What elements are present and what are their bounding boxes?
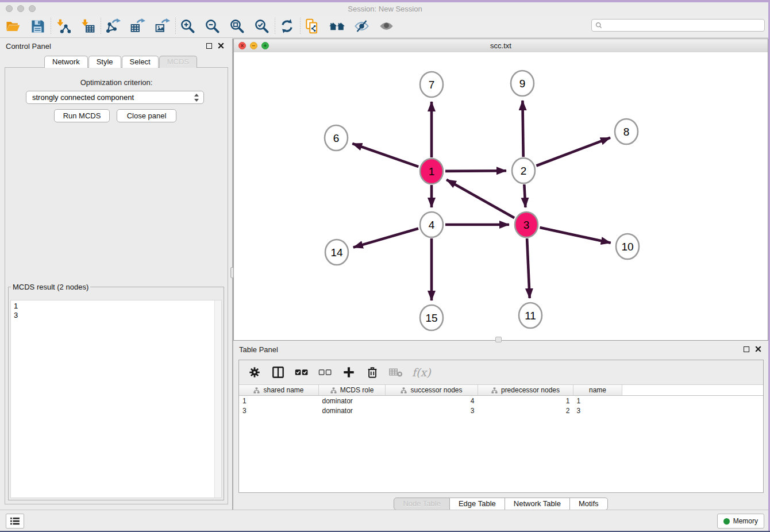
window-edge: [0, 0, 770, 2]
cell-successor-nodes[interactable]: 4: [386, 396, 478, 406]
tab-network-table[interactable]: Network Table: [505, 498, 570, 510]
graph-node-9[interactable]: 9: [511, 71, 534, 96]
right-pane: × − + scc.txt 7968124314101511 Table Pan…: [233, 38, 768, 510]
column-header-mcds-role[interactable]: MCDS role: [319, 385, 386, 396]
result-scrollbar[interactable]: [214, 300, 221, 498]
cell-mcds-role[interactable]: dominator: [319, 406, 386, 415]
mcds-result-item[interactable]: 1: [14, 302, 218, 311]
import-network-icon[interactable]: [53, 17, 72, 36]
cell-name[interactable]: 3: [573, 406, 622, 415]
status-bar: Memory: [0, 510, 768, 531]
graph-edge-3-1[interactable]: [446, 180, 514, 218]
cell-shared-name[interactable]: 3: [239, 406, 319, 415]
column-header-predecessor-nodes[interactable]: predecessor nodes: [478, 385, 573, 396]
close-panel-button[interactable]: Close panel: [117, 109, 176, 122]
network-window-titlebar[interactable]: × − + scc.txt: [234, 39, 768, 53]
open-folder-icon[interactable]: [3, 17, 22, 36]
toolbar-separator: [101, 18, 101, 35]
table-splitter-handle[interactable]: [495, 337, 502, 342]
delete-column-icon[interactable]: [365, 365, 380, 380]
network-canvas[interactable]: 7968124314101511: [234, 52, 768, 340]
column-header-shared-name[interactable]: shared name: [239, 385, 319, 396]
mcds-result-list[interactable]: 13: [10, 300, 222, 498]
cell-filler: [622, 406, 764, 415]
graph-edge-1-6[interactable]: [352, 144, 418, 167]
graph-node-label: 7: [429, 79, 435, 91]
cell-shared-name[interactable]: 1: [239, 396, 319, 406]
export-table-icon[interactable]: [128, 17, 147, 36]
tab-mcds[interactable]: MCDS: [159, 56, 197, 68]
tab-network[interactable]: Network: [44, 56, 88, 68]
export-network-icon[interactable]: [103, 17, 122, 36]
select-all-icon[interactable]: [294, 365, 309, 380]
deselect-all-icon[interactable]: [318, 365, 333, 380]
zoom-in-icon[interactable]: [178, 17, 197, 36]
graph-node-8[interactable]: 8: [615, 119, 638, 144]
save-icon[interactable]: [28, 17, 47, 36]
tab-edge-table[interactable]: Edge Table: [450, 498, 505, 510]
hide-eye-icon[interactable]: [352, 17, 371, 36]
tree-icon: [401, 387, 407, 394]
tab-style[interactable]: Style: [88, 56, 121, 68]
task-history-button[interactable]: [6, 514, 24, 529]
graph-edge-3-10[interactable]: [540, 228, 611, 243]
home-icon[interactable]: [327, 17, 346, 36]
float-panel-icon[interactable]: [206, 43, 212, 49]
cell-name[interactable]: 1: [573, 396, 622, 406]
toolbar-separator: [51, 18, 51, 35]
import-table-icon[interactable]: [78, 17, 97, 36]
zoom-out-icon[interactable]: [202, 17, 222, 36]
graph-edge-2-3[interactable]: [524, 184, 525, 207]
search-input[interactable]: [605, 21, 761, 30]
mcds-result-title: MCDS result (2 nodes): [11, 283, 90, 291]
run-mcds-button[interactable]: Run MCDS: [54, 109, 110, 122]
graph-node-10[interactable]: 10: [616, 234, 639, 259]
graph-node-3[interactable]: 3: [515, 212, 538, 237]
graph-edge-4-14[interactable]: [353, 229, 418, 248]
column-header-successor-nodes[interactable]: successor nodes: [386, 385, 478, 396]
graph-node-15[interactable]: 15: [420, 305, 443, 330]
graph-node-label: 11: [525, 310, 536, 322]
criterion-select[interactable]: strongly connected component: [26, 91, 204, 104]
search-box[interactable]: [591, 19, 765, 32]
graph-edge-1-2[interactable]: [445, 171, 506, 171]
split-columns-icon[interactable]: [271, 365, 286, 380]
graph-node-2[interactable]: 2: [512, 158, 535, 183]
graph-edge-2-9[interactable]: [522, 101, 523, 157]
memory-button[interactable]: Memory: [717, 514, 764, 529]
copy-network-icon[interactable]: [302, 17, 322, 36]
show-eye-icon[interactable]: [376, 17, 396, 36]
list-icon: [10, 517, 20, 525]
tab-node-table[interactable]: Node Table: [394, 498, 450, 510]
tab-motifs[interactable]: Motifs: [570, 498, 608, 510]
graph-node-6[interactable]: 6: [325, 125, 348, 151]
delete-table-icon: [388, 365, 403, 380]
graph-edge-2-8[interactable]: [536, 138, 610, 166]
graph-node-4[interactable]: 4: [420, 212, 443, 237]
graph-node-14[interactable]: 14: [325, 240, 348, 265]
zoom-selected-icon[interactable]: [252, 17, 271, 36]
graph-edge-3-11[interactable]: [527, 238, 530, 298]
cell-successor-nodes[interactable]: 3: [386, 406, 478, 415]
refresh-icon[interactable]: [277, 17, 297, 36]
table-row[interactable]: 1dominator411: [239, 396, 763, 406]
float-table-panel-icon[interactable]: [744, 346, 749, 352]
cell-mcds-role[interactable]: dominator: [319, 396, 386, 406]
cell-predecessor-nodes[interactable]: 2: [478, 406, 573, 415]
graph-node-11[interactable]: 11: [519, 303, 542, 328]
close-table-panel-icon[interactable]: [755, 346, 761, 352]
close-panel-icon[interactable]: [218, 43, 224, 49]
cell-predecessor-nodes[interactable]: 1: [478, 396, 573, 406]
cell-filler: [622, 396, 764, 406]
export-image-icon[interactable]: [152, 17, 172, 36]
main-toolbar: [0, 15, 770, 38]
graph-node-7[interactable]: 7: [420, 72, 443, 97]
graph-node-1[interactable]: 1: [420, 159, 443, 184]
tab-select[interactable]: Select: [122, 56, 159, 68]
add-column-icon[interactable]: [341, 365, 356, 380]
table-row[interactable]: 3dominator323: [239, 406, 763, 415]
gear-icon[interactable]: [247, 365, 262, 380]
mcds-result-item[interactable]: 3: [14, 311, 218, 320]
column-header-name[interactable]: name: [573, 385, 622, 396]
zoom-fit-icon[interactable]: [227, 17, 247, 36]
